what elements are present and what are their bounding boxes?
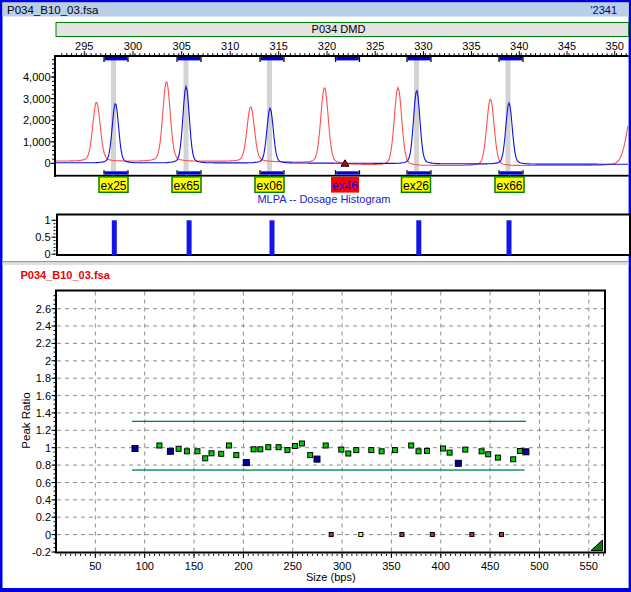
svg-text:4,000: 4,000	[23, 71, 51, 83]
svg-text:200: 200	[234, 560, 252, 572]
svg-text:ex66: ex66	[496, 179, 522, 193]
svg-text:345: 345	[558, 40, 576, 52]
svg-text:320: 320	[318, 40, 336, 52]
svg-text:0.2: 0.2	[36, 511, 51, 523]
svg-text:2.6: 2.6	[36, 303, 51, 315]
svg-text:0: 0	[44, 248, 50, 260]
svg-text:350: 350	[382, 560, 400, 572]
svg-text:'2341: '2341	[590, 4, 617, 16]
svg-text:0: 0	[44, 157, 50, 169]
svg-text:2: 2	[45, 355, 51, 367]
svg-text:P034 DMD: P034 DMD	[312, 23, 366, 35]
svg-text:100: 100	[136, 560, 154, 572]
svg-text:1: 1	[44, 214, 50, 226]
svg-text:350: 350	[606, 40, 624, 52]
svg-text:295: 295	[75, 40, 93, 52]
svg-text:Size (bps): Size (bps)	[306, 571, 356, 583]
svg-text:500: 500	[530, 560, 548, 572]
svg-text:1.6: 1.6	[36, 390, 51, 402]
svg-text:0.4: 0.4	[36, 494, 51, 506]
svg-text:310: 310	[221, 40, 239, 52]
svg-text:P034_B10_03.fsa: P034_B10_03.fsa	[7, 4, 99, 16]
svg-text:335: 335	[462, 40, 480, 52]
svg-text:550: 550	[580, 560, 598, 572]
svg-text:1: 1	[45, 442, 51, 454]
svg-text:ex46: ex46	[332, 179, 358, 193]
svg-text:0: 0	[45, 529, 51, 541]
svg-text:ex26: ex26	[403, 179, 429, 193]
svg-text:Peak Ratio: Peak Ratio	[20, 392, 32, 448]
svg-text:1.2: 1.2	[36, 424, 51, 436]
svg-text:325: 325	[366, 40, 384, 52]
svg-text:340: 340	[510, 40, 528, 52]
svg-text:ex25: ex25	[100, 179, 126, 193]
svg-text:2.2: 2.2	[36, 337, 51, 349]
svg-text:0.6: 0.6	[36, 477, 51, 489]
svg-text:2.4: 2.4	[36, 320, 51, 332]
svg-text:315: 315	[270, 40, 288, 52]
svg-text:1.4: 1.4	[36, 407, 51, 419]
svg-text:ex06: ex06	[256, 179, 282, 193]
svg-text:1.8: 1.8	[36, 372, 51, 384]
svg-text:-0.2: -0.2	[32, 546, 51, 558]
svg-text:305: 305	[173, 40, 191, 52]
svg-text:300: 300	[124, 40, 142, 52]
svg-text:0.5: 0.5	[35, 231, 50, 243]
svg-text:150: 150	[185, 560, 203, 572]
svg-text:ex65: ex65	[173, 179, 199, 193]
svg-text:2,000: 2,000	[23, 114, 51, 126]
svg-text:0.8: 0.8	[36, 459, 51, 471]
svg-text:250: 250	[284, 560, 302, 572]
svg-text:400: 400	[432, 560, 450, 572]
svg-text:50: 50	[89, 560, 101, 572]
svg-text:MLPA -- Dosage Histogram: MLPA -- Dosage Histogram	[257, 193, 390, 205]
svg-text:450: 450	[481, 560, 499, 572]
svg-text:330: 330	[414, 40, 432, 52]
svg-text:3,000: 3,000	[23, 93, 51, 105]
svg-text:1,000: 1,000	[23, 136, 51, 148]
svg-text:P034_B10_03.fsa: P034_B10_03.fsa	[21, 269, 111, 281]
